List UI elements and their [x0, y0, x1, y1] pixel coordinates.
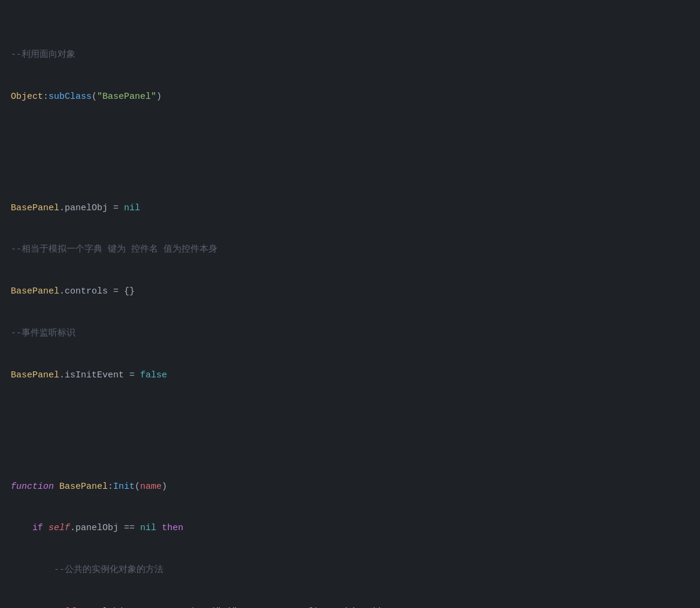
line-13: self.panelObj = ABMgr:LoadRes("ui", name…	[11, 605, 700, 608]
line-1: --利用面向对象	[11, 48, 700, 62]
code-10d: :	[108, 482, 113, 492]
code-2c: subClass	[49, 92, 92, 102]
line-12: --公共的实例化对象的方法	[11, 563, 700, 577]
comment-7: --事件监听标识	[11, 328, 75, 338]
code-11j: then	[162, 523, 183, 533]
code-6b: .controls	[59, 286, 113, 297]
comment-1: --利用面向对象	[11, 50, 75, 60]
code-2e: "BasePanel"	[97, 92, 156, 102]
code-8c: =	[129, 370, 135, 380]
code-6d: {}	[119, 286, 135, 297]
code-6a: BasePanel	[11, 286, 59, 297]
code-4e: nil	[124, 203, 140, 213]
code-10c: BasePanel	[59, 482, 108, 492]
code-11a	[11, 523, 32, 533]
line-5: --相当于模拟一个字典 键为 控件名 值为控件本身	[11, 243, 700, 256]
code-10h: )	[162, 482, 167, 492]
code-11g	[135, 523, 140, 533]
code-11h: nil	[140, 523, 156, 533]
line-3	[11, 146, 700, 159]
code-11i	[156, 523, 162, 533]
code-4d	[119, 203, 124, 213]
line-9	[11, 424, 700, 438]
line-6: BasePanel.controls = {}	[11, 285, 700, 298]
code-10b	[54, 482, 59, 492]
code-6c: =	[113, 286, 119, 297]
code-10a: function	[11, 482, 54, 492]
code-11b: if	[32, 523, 43, 533]
code-4b: .panelObj	[59, 203, 113, 213]
comment-12: --公共的实例化对象的方法	[11, 565, 163, 575]
comment-5: --相当于模拟一个字典 键为 控件名 值为控件本身	[11, 244, 217, 255]
code-10f: (	[135, 482, 140, 492]
code-2b: :	[43, 92, 49, 102]
code-2f: )	[156, 92, 162, 102]
line-11: if self.panelObj == nil then	[11, 521, 700, 535]
code-2d: (	[92, 92, 97, 102]
code-11e: .panelObj	[70, 523, 124, 533]
line-10: function BasePanel:Init(name)	[11, 480, 700, 494]
line-7: --事件监听标识	[11, 326, 700, 340]
code-editor: --利用面向对象 Object:subClass("BasePanel") Ba…	[0, 0, 700, 608]
code-4c: =	[113, 203, 119, 213]
code-2a: Object	[11, 92, 43, 102]
code-4a: BasePanel	[11, 203, 59, 213]
code-11d: self	[49, 523, 70, 533]
code-8d	[135, 370, 140, 380]
code-11f: ==	[124, 523, 135, 533]
code-8b: .isInitEvent	[59, 370, 129, 380]
code-11c	[43, 523, 49, 533]
code-10e: Init	[113, 482, 135, 492]
code-10g: name	[140, 482, 162, 492]
line-2: Object:subClass("BasePanel")	[11, 90, 700, 104]
code-8e: false	[140, 370, 167, 380]
line-4: BasePanel.panelObj = nil	[11, 201, 700, 215]
line-8: BasePanel.isInitEvent = false	[11, 368, 700, 382]
code-8a: BasePanel	[11, 370, 59, 380]
